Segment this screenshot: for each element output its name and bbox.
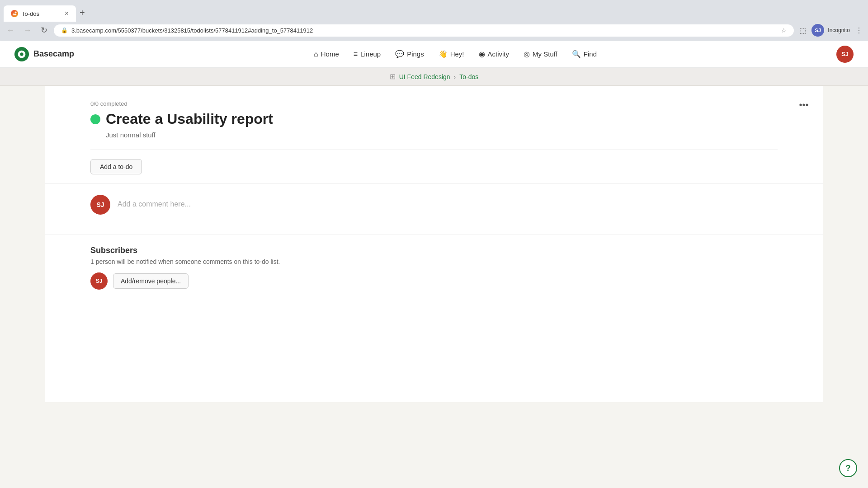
nav-label-my-stuff: My Stuff	[533, 50, 557, 58]
tab-favicon: 🏕	[11, 10, 18, 17]
back-btn[interactable]: ←	[4, 24, 17, 37]
comment-input[interactable]: Add a comment here...	[118, 195, 778, 214]
subscribers-row: SJ Add/remove people...	[90, 272, 778, 290]
breadcrumb-project-link[interactable]: UI Feed Redesign	[399, 73, 450, 80]
nav-label-hey: Hey!	[450, 50, 464, 58]
nav-item-my-stuff[interactable]: ◎ My Stuff	[517, 46, 564, 62]
address-bar-row: ← → ↻ 🔒 3.basecamp.com/5550377/buckets/3…	[0, 22, 868, 41]
todo-divider	[90, 150, 778, 150]
subscribers-title: Subscribers	[90, 246, 778, 255]
todo-title-row: Create a Usability report	[90, 111, 778, 127]
user-avatar-nav[interactable]: SJ	[836, 46, 854, 63]
app-logo[interactable]: Basecamp	[14, 47, 74, 61]
activity-icon: ◉	[479, 50, 485, 58]
nav-item-hey[interactable]: 👋 Hey!	[432, 46, 471, 62]
browser-menu-btn[interactable]: ⋮	[854, 24, 864, 37]
nav-label-activity: Activity	[488, 50, 509, 58]
lineup-icon: ≡	[354, 50, 358, 58]
browser-chrome: 🏕 To-dos × +	[0, 0, 868, 22]
breadcrumb-separator: ›	[454, 73, 456, 80]
address-bar[interactable]: 🔒 3.basecamp.com/5550377/buckets/3132581…	[54, 24, 794, 37]
subscribers-description: 1 person will be notified when someone c…	[90, 258, 778, 265]
subscriber-avatar: SJ	[90, 272, 108, 290]
my-stuff-icon: ◎	[524, 50, 530, 58]
nav-label-home: Home	[321, 50, 339, 58]
home-icon: ⌂	[314, 50, 318, 58]
new-tab-btn[interactable]: +	[76, 8, 89, 18]
nav-item-pings[interactable]: 💬 Pings	[389, 46, 430, 62]
comment-section: SJ Add a comment here...	[45, 183, 823, 225]
nav-item-activity[interactable]: ◉ Activity	[472, 46, 516, 62]
tab-title: To-dos	[22, 10, 39, 17]
app-nav-items: ⌂ Home ≡ Lineup 💬 Pings 👋 Hey! ◉ Activit…	[307, 46, 603, 62]
tab-close-btn[interactable]: ×	[65, 10, 69, 17]
options-menu-btn[interactable]: •••	[796, 97, 812, 113]
todo-status-indicator	[90, 114, 100, 124]
nav-item-home[interactable]: ⌂ Home	[307, 47, 345, 62]
page-wrapper: ⊞ UI Feed Redesign › To-dos ••• 0/0 comp…	[0, 68, 868, 488]
refresh-btn[interactable]: ↻	[38, 23, 50, 37]
breadcrumb-current-page[interactable]: To-dos	[459, 73, 478, 80]
comment-user-avatar: SJ	[90, 195, 110, 215]
nav-label-find: Find	[584, 50, 597, 58]
logo-text: Basecamp	[33, 49, 74, 59]
hey-icon: 👋	[439, 50, 448, 58]
subscribers-section: Subscribers 1 person will be notified wh…	[45, 235, 823, 300]
todo-section: 0/0 completed Create a Usability report …	[45, 86, 823, 183]
todo-list-title: Create a Usability report	[106, 111, 273, 127]
pings-icon: 💬	[395, 50, 404, 58]
nav-label-lineup: Lineup	[360, 50, 381, 58]
todo-description: Just normal stuff	[106, 131, 778, 139]
url-text: 3.basecamp.com/5550377/buckets/31325815/…	[71, 27, 778, 34]
browser-tabs: 🏕 To-dos × +	[4, 0, 89, 22]
app-nav: Basecamp ⌂ Home ≡ Lineup 💬 Pings 👋 Hey! …	[0, 41, 868, 68]
nav-item-find[interactable]: 🔍 Find	[566, 46, 603, 62]
browser-profile-btn[interactable]: SJ	[811, 24, 824, 37]
breadcrumb-project-icon: ⊞	[390, 72, 396, 81]
basecamp-logo-svg	[17, 50, 26, 59]
add-todo-btn[interactable]: Add a to-do	[90, 159, 142, 174]
active-tab[interactable]: 🏕 To-dos ×	[4, 5, 76, 22]
breadcrumb: ⊞ UI Feed Redesign › To-dos	[0, 68, 868, 86]
logo-icon	[14, 47, 29, 61]
nav-label-pings: Pings	[407, 50, 424, 58]
add-remove-people-btn[interactable]: Add/remove people...	[113, 273, 189, 289]
find-icon: 🔍	[572, 50, 581, 58]
sidebar-btn[interactable]: ⬚	[797, 24, 808, 37]
completed-count: 0/0 completed	[90, 100, 778, 107]
incognito-label: Incognito	[828, 27, 850, 33]
lock-icon: 🔒	[61, 27, 68, 33]
nav-item-lineup[interactable]: ≡ Lineup	[347, 47, 387, 62]
help-btn[interactable]: ?	[839, 459, 857, 477]
forward-btn[interactable]: →	[21, 24, 34, 37]
page-container: ••• 0/0 completed Create a Usability rep…	[45, 86, 823, 402]
bookmark-star-icon[interactable]: ☆	[781, 27, 787, 34]
comment-input-row: SJ Add a comment here...	[90, 195, 778, 215]
